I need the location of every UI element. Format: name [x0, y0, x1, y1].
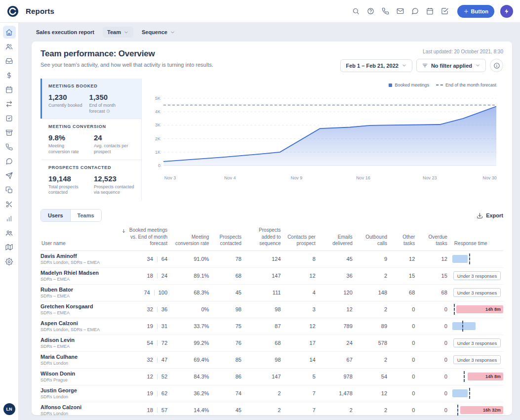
header-cell[interactable]: Contacts per prospect: [286, 234, 320, 247]
header-cell[interactable]: Outbound calls: [358, 234, 392, 247]
legend-swatch: [389, 84, 392, 87]
cell-conversion-rate: 0%: [172, 306, 214, 312]
header-cell[interactable]: Meeting conversion rate: [172, 234, 214, 247]
team-performance-table: User nameBooked meetings vs. End of mont…: [40, 227, 503, 419]
table-row[interactable]: Madelyn Rhiel MadsenSDRs – EMEA182489.1%…: [40, 268, 503, 285]
date-range-label: Feb 1 – Feb 21, 2022: [346, 63, 398, 69]
avatar[interactable]: LN: [3, 403, 15, 415]
table-row[interactable]: Adison LevinSDRs – EMEA547299.2%76681724…: [40, 335, 503, 352]
table-row[interactable]: Gretchen KorsgaardSDRs – EMEA32360%98983…: [40, 301, 503, 318]
cell-response-time: [452, 322, 503, 331]
export-button[interactable]: Export: [477, 212, 503, 219]
phone-icon[interactable]: [379, 5, 392, 18]
sidebar-item-scissors[interactable]: [3, 198, 16, 210]
metric-label: End of month forecast: [89, 103, 132, 114]
cell-emails-delivered: 24: [320, 340, 358, 346]
table-row[interactable]: Justin GeorgeSDRs London196236.2%74271,4…: [40, 385, 503, 402]
tab-teams[interactable]: Teams: [70, 210, 101, 221]
header-cell[interactable]: Other tasks: [392, 234, 420, 247]
sidebar-item-chat[interactable]: [3, 155, 16, 168]
app-logo-icon[interactable]: [7, 5, 19, 17]
sidebar-item-arrows[interactable]: [3, 97, 16, 110]
booked-value: 34: [147, 256, 153, 262]
value-divider: [157, 324, 158, 329]
spark-button[interactable]: [500, 5, 513, 18]
sidebar-item-home[interactable]: [3, 26, 16, 39]
stat-card-meetings-booked[interactable]: MEETINGS BOOKED1,230Currently booked1,35…: [40, 79, 141, 119]
chat-icon[interactable]: [409, 5, 422, 18]
table-row[interactable]: Maria CulhaneSDRs London324769.4%8598146…: [40, 352, 503, 369]
table-row[interactable]: Davis AminoffSDRs London, SDRs – EMEA346…: [40, 251, 503, 268]
cell-conversion-rate: 99.2%: [172, 340, 214, 346]
stat-card-meeting-conversion[interactable]: MEETING CONVERSION9.8%Meeting conversion…: [40, 119, 141, 159]
header-cell[interactable]: Prospects contacted: [214, 234, 246, 247]
sidebar-item-people[interactable]: [3, 226, 16, 239]
user-name: Wilson Donin: [40, 371, 117, 377]
cell-prospects-added: 124: [246, 256, 286, 262]
cell-booked-vs-forecast: 3236: [121, 306, 172, 312]
sidebar-item-bar-chart[interactable]: [3, 212, 16, 225]
cell-prospects-added: 68: [246, 340, 286, 346]
chevron-down-icon: [123, 30, 129, 35]
calendar-icon[interactable]: [424, 5, 437, 18]
sidebar-item-send[interactable]: [3, 169, 16, 182]
tab-sales-execution-report[interactable]: Sales execution report: [32, 27, 99, 38]
header-cell[interactable]: Response time: [452, 240, 503, 247]
cell-booked-vs-forecast: 1931: [121, 323, 172, 329]
card-header: Team performance: Overview See your team…: [40, 49, 503, 72]
metric-label: Total prospects contacted: [48, 184, 87, 196]
cell-response-time: Under 3 responses: [452, 271, 503, 280]
user-name: Maria Culhane: [40, 354, 117, 360]
sidebar-item-map[interactable]: [3, 241, 16, 253]
filter-icon: [422, 62, 428, 69]
sidebar-item-dollar[interactable]: [3, 69, 16, 82]
cell-response-time: [452, 389, 503, 398]
sidebar-item-calendar[interactable]: [3, 83, 16, 96]
user-name: Justin George: [40, 387, 117, 393]
table-row[interactable]: Wilson DoninSDRs Prague125284.3%86147597…: [40, 369, 503, 385]
tab-team[interactable]: Team: [103, 27, 133, 38]
response-marker: [464, 371, 465, 382]
forecast-value: 52: [161, 374, 167, 379]
filter-button[interactable]: No filter applied: [416, 59, 486, 72]
header-cell[interactable]: User name: [40, 240, 121, 247]
stat-card-prospects-contacted[interactable]: PROSPECTS CONTACTED19,148Total prospects…: [40, 160, 141, 200]
sidebar-item-users[interactable]: [3, 40, 16, 53]
stats-panel: MEETINGS BOOKED1,230Currently booked1,35…: [40, 79, 142, 200]
user-name: Adison Levin: [40, 337, 117, 343]
info-icon[interactable]: [106, 109, 110, 114]
table-row[interactable]: Alfonso CalzoniSDRs London185714.4%45272…: [40, 402, 503, 419]
cell-emails-delivered: 36: [320, 273, 358, 279]
help-icon[interactable]: [364, 5, 377, 18]
sidebar-item-archive[interactable]: [3, 126, 16, 139]
header-cell[interactable]: Prospects added to sequence: [246, 227, 286, 247]
table-row[interactable]: Ruben BatorSDRs – EMEA7410068.3%45111412…: [40, 285, 503, 301]
sidebar-item-copy[interactable]: [3, 183, 16, 196]
info-button[interactable]: [490, 59, 503, 72]
tab-sequence[interactable]: Sequence: [137, 27, 180, 38]
user-cell: Davis AminoffSDRs London, SDRs – EMEA: [40, 253, 121, 265]
booked-value: 54: [147, 340, 153, 346]
sidebar-item-inbox[interactable]: [3, 54, 16, 67]
tab-users[interactable]: Users: [41, 210, 70, 221]
header-cell[interactable]: Booked meetings vs. End of month forecas…: [121, 227, 172, 247]
search-icon[interactable]: [350, 5, 362, 18]
header-cell[interactable]: Overdue tasks: [420, 234, 452, 247]
response-marker: [454, 304, 455, 315]
date-range-button[interactable]: Feb 1 – Feb 21, 2022: [340, 59, 412, 72]
sidebar-item-gear[interactable]: [3, 255, 16, 268]
mail-icon[interactable]: [394, 5, 407, 18]
sidebar-item-phone[interactable]: [3, 140, 16, 153]
y-axis-label: 5K: [150, 96, 160, 101]
y-axis-label: 3K: [150, 123, 160, 127]
task-icon[interactable]: [439, 5, 451, 18]
header-cell[interactable]: Emails delivered: [320, 234, 358, 247]
legend-item: End of the month forecast: [436, 83, 496, 87]
stat-metric: 9.8%Meeting conversion rate: [48, 133, 87, 155]
primary-button[interactable]: Button: [457, 5, 494, 18]
sidebar-item-check-square[interactable]: [3, 112, 16, 125]
cell-booked-vs-forecast: 5472: [121, 340, 172, 346]
value-divider: [157, 408, 158, 413]
table-row[interactable]: Aspen CalzoniSDRs London, SDRs – EMEA193…: [40, 318, 503, 335]
report-subnav: Sales execution report Team Sequence: [32, 26, 512, 39]
